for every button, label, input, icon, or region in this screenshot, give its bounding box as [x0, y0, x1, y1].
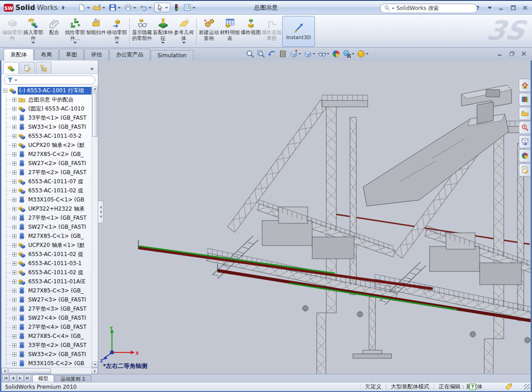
- tree-item-label[interactable]: M27X85-C<2> (GB_: [27, 151, 85, 157]
- tree-item[interactable]: 6553-AC-1011-03-1: [1, 259, 92, 268]
- maximize-button[interactable]: [510, 5, 517, 11]
- dropdown-caret-icon[interactable]: [352, 53, 355, 56]
- taskpane-tab-search-taskpane[interactable]: [519, 121, 531, 134]
- tree-item-label[interactable]: SW33<2> (GB_FASTI: [27, 351, 87, 357]
- search-scope-caret-icon[interactable]: [392, 8, 395, 10]
- tree-filter-input[interactable]: [4, 75, 95, 85]
- print-button[interactable]: [123, 3, 137, 12]
- dropdown-caret-icon[interactable]: [117, 6, 121, 10]
- tree-expander-plus[interactable]: [12, 125, 16, 129]
- tree-expander-plus[interactable]: [12, 280, 16, 284]
- tab-办公室产品[interactable]: 办公室产品: [109, 49, 150, 60]
- tree-item[interactable]: 27平垫<2> (GB_FAST: [1, 168, 92, 177]
- tree-item[interactable]: UKP322+H2322 轴承: [1, 204, 92, 213]
- tree-expander-plus[interactable]: [12, 325, 16, 329]
- ribbon-button-linear-pattern[interactable]: 线性零部件...: [65, 16, 86, 47]
- tree-item-label[interactable]: 6553-AC-1011-03-1: [27, 260, 83, 266]
- filter-caret-icon[interactable]: [15, 80, 17, 82]
- tree-item[interactable]: 33平垫<2> (GB_FAST: [1, 341, 92, 350]
- tree-item[interactable]: SW33<1> (GB_FASTI: [1, 122, 92, 131]
- tree-item-label[interactable]: 6553-AC-1011-01A(E: [27, 278, 87, 285]
- tree-item[interactable]: M33X105-C<1> (GB: [1, 195, 92, 204]
- hud-edit-appearance-button[interactable]: [332, 50, 340, 58]
- model-tab-运动算例 1[interactable]: 运动算例 1: [55, 375, 91, 382]
- tree-expander-plus[interactable]: [12, 180, 16, 184]
- ribbon-button-bom[interactable]: 材料明细表: [219, 16, 240, 47]
- tree-item-label[interactable]: M27X85-C<1> (GB_: [27, 233, 85, 239]
- tree-expander-plus[interactable]: [12, 171, 16, 175]
- minimize-button[interactable]: [498, 5, 505, 11]
- tree-item-label[interactable]: M27X85-C<3> (GB_: [27, 287, 85, 294]
- dropdown-caret-icon[interactable]: [366, 53, 369, 56]
- doc-close-button[interactable]: [521, 51, 527, 56]
- dropdown-caret-icon[interactable]: [73, 42, 77, 45]
- tree-item-label[interactable]: 6553-AC-1011-02 提: [27, 251, 85, 258]
- close-button[interactable]: [522, 5, 528, 11]
- tree-item-label[interactable]: 总图示意 中的配合: [27, 96, 75, 104]
- tree-item-label[interactable]: M33X105-C<2> (GB: [27, 360, 86, 367]
- tree-expander-minus[interactable]: [3, 89, 7, 93]
- ribbon-button-motion-study[interactable]: 新建运动算例: [198, 16, 219, 47]
- 3d-model-scene[interactable]: YXZ: [98, 60, 531, 374]
- tree-expander-plus[interactable]: [12, 289, 16, 293]
- taskpane-tab-custom-properties[interactable]: [519, 163, 531, 176]
- hscroll-thumb[interactable]: [8, 368, 51, 374]
- quick-tips-help-icon[interactable]: ?: [469, 383, 476, 390]
- tree-item[interactable]: 33平垫<1> (GB_FAST: [1, 113, 92, 122]
- model-tab-模型[interactable]: 模型: [32, 375, 54, 382]
- ribbon-button-exploded-view[interactable]: 爆炸视图: [240, 16, 261, 47]
- tree-expander-plus[interactable]: [12, 343, 16, 347]
- dropdown-caret-icon[interactable]: [31, 42, 35, 45]
- tree-item-label[interactable]: SW27<3> (GB_FASTI: [27, 297, 87, 303]
- tree-item-label[interactable]: 27平垫<3> (GB_FAST: [27, 305, 88, 313]
- tree-item[interactable]: SW27<2> (GB_FASTI: [1, 159, 92, 168]
- tree-item[interactable]: 6553-AC-1011-07 提: [1, 177, 92, 186]
- tree-expander-plus[interactable]: [12, 107, 16, 111]
- tree-item-label[interactable]: UCPX20 轴承<1> (默: [27, 241, 86, 249]
- tree-expander-plus[interactable]: [12, 198, 16, 202]
- caret-down-button[interactable]: [486, 5, 493, 11]
- tree-item[interactable]: 27平垫<1> (GB_FAST: [1, 213, 92, 222]
- tree-expander-plus[interactable]: [12, 307, 16, 311]
- dropdown-caret-icon[interactable]: [161, 42, 165, 45]
- tree-item-label[interactable]: 6553-AC-1011-02 提: [27, 269, 85, 276]
- tab-装配体[interactable]: 装配体: [4, 49, 34, 60]
- tree-item[interactable]: 6553-AC-1011-01A(E: [1, 277, 92, 286]
- scroll-up-button[interactable]: [92, 86, 98, 92]
- tree-item-label[interactable]: (-) 6553-AC-1001 行车组: [18, 87, 92, 95]
- doc-minimize-button[interactable]: [497, 51, 503, 56]
- scroll-thumb[interactable]: [92, 93, 97, 137]
- tree-item-label[interactable]: SW27<4> (GB_FASTI: [27, 315, 87, 321]
- tree-item-label[interactable]: 6553-AC-1011-02 提: [27, 187, 85, 195]
- tree-expander-plus[interactable]: [12, 134, 16, 138]
- hud-section-view-button[interactable]: [279, 50, 287, 58]
- menu-flyout-arrow[interactable]: [62, 5, 67, 10]
- dropdown-caret-icon[interactable]: [86, 6, 90, 10]
- tree-expander-plus[interactable]: [12, 243, 16, 247]
- taskpane-tab-file-explorer[interactable]: [519, 107, 531, 120]
- hud-display-style-button[interactable]: [304, 50, 315, 58]
- ribbon-button-move-component[interactable]: 移动零部件: [106, 16, 127, 47]
- panel-splitter-handle[interactable]: [98, 201, 104, 223]
- tree-item[interactable]: 27平垫<4> (GB_FAST: [1, 322, 92, 332]
- tree-item[interactable]: (-) 6553-AC-1001 行车组: [1, 86, 92, 95]
- ribbon-button-smart-fastener[interactable]: 智能扣件: [86, 16, 106, 47]
- tree-vertical-scrollbar[interactable]: [91, 86, 98, 367]
- search-box[interactable]: SolidWorks 搜索: [380, 4, 477, 13]
- help-button[interactable]: ?: [475, 5, 481, 11]
- tree-item-label[interactable]: 6553-AC-1011-07 提: [27, 178, 85, 186]
- tree-item[interactable]: 6553-AC-1011-02 提: [1, 268, 92, 277]
- tab-评估[interactable]: 评估: [84, 49, 109, 60]
- tree-item-label[interactable]: 27平垫<4> (GB_FAST: [27, 323, 88, 331]
- taskpane-tab-appearances[interactable]: [519, 149, 531, 162]
- tree-item[interactable]: 总图示意 中的配合: [1, 95, 92, 104]
- scroll-right-button[interactable]: [91, 368, 98, 374]
- dropdown-caret-icon[interactable]: [102, 6, 106, 10]
- resize-grip[interactable]: [524, 384, 530, 390]
- nav-last-button[interactable]: [24, 375, 31, 382]
- taskpane-tab-view-palette[interactable]: [519, 135, 531, 148]
- hud-apply-scene-button[interactable]: [343, 50, 355, 58]
- nav-prev-button[interactable]: [10, 375, 16, 382]
- tree-expander-plus[interactable]: [12, 98, 16, 102]
- tab-Simulation[interactable]: Simulation: [151, 50, 193, 60]
